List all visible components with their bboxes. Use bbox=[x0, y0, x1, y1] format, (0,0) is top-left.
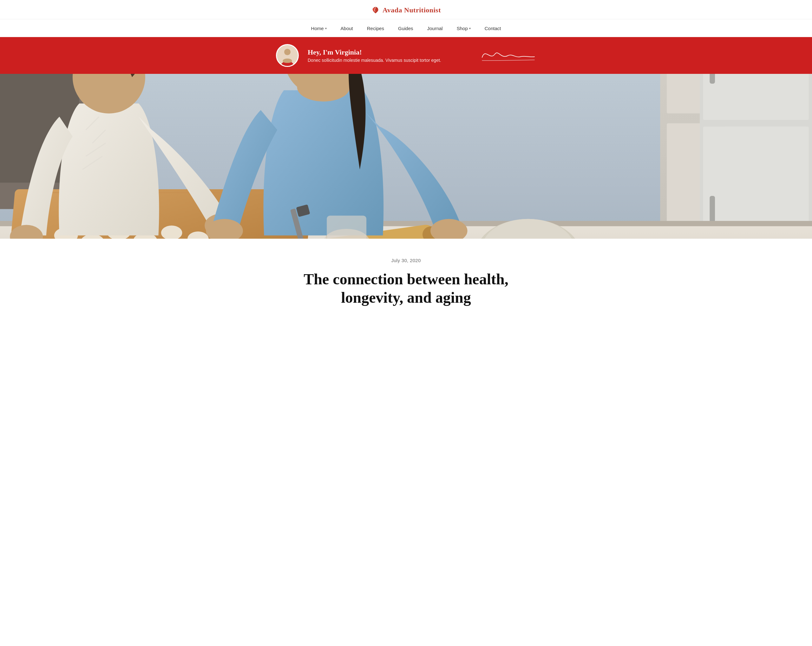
site-header: Avada Nutritionist bbox=[0, 0, 812, 19]
logo-text: Avada Nutritionist bbox=[383, 6, 441, 14]
svg-rect-49 bbox=[327, 216, 366, 239]
banner-signature bbox=[479, 45, 536, 67]
svg-rect-13 bbox=[710, 74, 715, 84]
shop-chevron-icon: ▾ bbox=[469, 27, 471, 30]
nav-home[interactable]: Home ▾ bbox=[304, 24, 334, 33]
nav-recipes[interactable]: Recipes bbox=[360, 24, 391, 33]
banner-title: Hey, I'm Virginia! bbox=[308, 48, 470, 56]
hero-image bbox=[0, 74, 812, 239]
nav-about[interactable]: About bbox=[334, 24, 360, 33]
banner-text-block: Hey, I'm Virginia! Donec sollicitudin mo… bbox=[308, 48, 470, 63]
intro-banner: Hey, I'm Virginia! Donec sollicitudin mo… bbox=[0, 37, 812, 74]
svg-point-41 bbox=[86, 87, 132, 113]
avatar bbox=[276, 44, 299, 67]
main-nav: Home ▾ About Recipes Guides Journal Shop… bbox=[0, 19, 812, 37]
svg-rect-11 bbox=[703, 74, 809, 120]
banner-subtitle: Donec sollicitudin molestie malesuada. V… bbox=[308, 58, 470, 63]
logo-icon bbox=[371, 6, 380, 15]
nav-shop[interactable]: Shop ▾ bbox=[450, 24, 478, 33]
logo-link[interactable]: Avada Nutritionist bbox=[371, 6, 441, 15]
nav-journal[interactable]: Journal bbox=[420, 24, 450, 33]
avatar-image bbox=[277, 45, 298, 66]
svg-point-1 bbox=[284, 49, 290, 55]
post-date: July 30, 2020 bbox=[270, 258, 542, 263]
hero-illustration bbox=[0, 74, 812, 239]
post-title: The connection between health, longevity… bbox=[279, 270, 533, 306]
nav-guides[interactable]: Guides bbox=[391, 24, 420, 33]
post-content: July 30, 2020 The connection between hea… bbox=[263, 239, 549, 332]
nav-contact[interactable]: Contact bbox=[478, 24, 508, 33]
svg-rect-14 bbox=[710, 196, 715, 222]
home-chevron-icon: ▾ bbox=[325, 27, 327, 30]
